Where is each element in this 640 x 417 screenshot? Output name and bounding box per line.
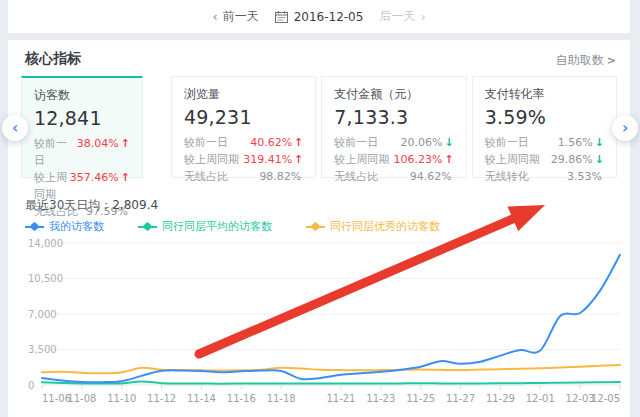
metric-row: 无线占比 98.82%	[184, 168, 303, 185]
svg-text:3,500: 3,500	[28, 344, 57, 355]
date-nav-bar: ‹ 前一天 2016-12-05 后一天 ›	[8, 0, 630, 33]
metric-row: 较上周同期 106.23%↑	[334, 151, 453, 168]
svg-text:11-25: 11-25	[406, 393, 435, 404]
metric-row: 较前一日 1.56%↓	[485, 134, 604, 151]
svg-text:0: 0	[28, 380, 34, 391]
trend-arrow-icon: ↑	[121, 137, 130, 150]
chevron-left-icon: ‹	[212, 9, 217, 24]
metric-title: 支付转化率	[485, 86, 604, 103]
trend-arrow-icon: ↑	[121, 171, 130, 184]
chart-legend: 我的访客数 同行同层平均的访客数 同行同层优秀的访客数	[25, 219, 474, 234]
metric-value: 49,231	[184, 106, 303, 128]
metric-row: 较上周同期 319.41%↑	[184, 151, 303, 168]
caret-right-icon: >	[607, 54, 616, 67]
metric-title: 访客数	[34, 87, 130, 104]
legend-item-peer-average[interactable]: 同行同层平均的访客数	[138, 219, 272, 234]
svg-text:11-23: 11-23	[366, 393, 395, 404]
metric-row: 较前一日 38.04%↑	[34, 135, 130, 169]
prev-day-button[interactable]: ‹ 前一天	[212, 8, 258, 25]
metric-card-row: 访客数 12,841 较前一日 38.04%↑ 较上周同期 357.46%↑ 无…	[21, 76, 617, 178]
metric-row: 较上周同期 29.86%↓	[485, 151, 604, 168]
legend-item-peer-excellent[interactable]: 同行同层优秀的访客数	[306, 219, 440, 234]
section-header: 核心指标 自助取数>	[25, 50, 616, 70]
metric-value: 3.59%	[485, 106, 604, 128]
self-service-data-link[interactable]: 自助取数>	[556, 52, 616, 69]
metric-card-conversion-rate[interactable]: 支付转化率 3.59% 较前一日 1.56%↓ 较上周同期 29.86%↓ 无线…	[472, 76, 617, 178]
metric-title: 浏览量	[184, 86, 303, 103]
svg-text:11-27: 11-27	[446, 393, 475, 404]
trend-arrow-icon: ↓	[595, 136, 604, 149]
metric-row: 无线占比 94.62%	[334, 168, 453, 185]
trend-arrow-icon: ↓	[444, 136, 453, 149]
cards-scroll-right-button[interactable]: ›	[612, 115, 638, 141]
metric-card-visitors[interactable]: 访客数 12,841 较前一日 38.04%↑ 较上周同期 357.46%↑ 无…	[21, 76, 143, 178]
legend-line-marker-icon	[25, 226, 44, 228]
legend-line-marker-icon	[306, 226, 325, 228]
metric-title: 支付金额（元）	[334, 86, 453, 103]
svg-text:11-08: 11-08	[67, 393, 96, 404]
legend-item-my-visitors[interactable]: 我的访客数	[25, 219, 104, 234]
svg-text:12-01: 12-01	[526, 393, 555, 404]
next-day-button[interactable]: 后一天 ›	[379, 8, 425, 25]
metric-card-payment-amount[interactable]: 支付金额（元） 7,133.3 较前一日 20.06%↓ 较上周同期 106.2…	[321, 76, 466, 178]
chevron-right-icon: ›	[622, 119, 628, 137]
metric-row: 较前一日 20.06%↓	[334, 134, 453, 151]
cards-scroll-left-button[interactable]: ‹	[2, 115, 28, 141]
prev-day-label: 前一天	[223, 8, 259, 25]
chevron-left-icon: ‹	[12, 119, 18, 137]
chevron-right-icon: ›	[420, 9, 425, 24]
svg-text:11-16: 11-16	[227, 393, 256, 404]
svg-text:12-05: 12-05	[591, 393, 620, 404]
current-date: 2016-12-05	[294, 10, 364, 24]
trend-arrow-icon: ↑	[294, 136, 303, 149]
svg-text:10,500: 10,500	[28, 273, 63, 284]
legend-line-marker-icon	[138, 226, 157, 228]
svg-text:11-29: 11-29	[486, 393, 515, 404]
visitors-trend-chart: 03,5007,00010,50014,00011-0611-0811-1011…	[8, 238, 630, 412]
trend-arrow-icon: ↑	[294, 153, 303, 166]
trend-arrow-icon: ↑	[444, 153, 453, 166]
svg-text:11-12: 11-12	[147, 393, 176, 404]
svg-text:14,000: 14,000	[28, 238, 63, 249]
svg-text:11-10: 11-10	[107, 393, 136, 404]
trend-arrow-icon: ↓	[595, 153, 604, 166]
trend-average-caption: 最近30天日均：2,809.4	[25, 197, 158, 214]
date-picker[interactable]: 2016-12-05	[275, 10, 364, 24]
section-title: 核心指标	[25, 50, 81, 68]
metric-row: 较前一日 40.62%↑	[184, 134, 303, 151]
next-day-label: 后一天	[379, 8, 415, 25]
metric-value: 12,841	[34, 107, 130, 129]
svg-text:11-18: 11-18	[267, 393, 296, 404]
svg-text:11-14: 11-14	[187, 393, 216, 404]
calendar-icon	[275, 11, 288, 23]
svg-text:7,000: 7,000	[28, 309, 57, 320]
metric-card-pageviews[interactable]: 浏览量 49,231 较前一日 40.62%↑ 较上周同期 319.41%↑ 无…	[171, 76, 316, 178]
svg-text:11-21: 11-21	[326, 393, 355, 404]
trend-average-value: 2,809.4	[112, 198, 158, 212]
metric-row: 无线转化 3.53%	[485, 168, 604, 185]
core-metrics-panel: 核心指标 自助取数> 访客数 12,841 较前一日 38.04%↑ 较上周同期…	[8, 40, 630, 417]
metric-value: 7,133.3	[334, 106, 453, 128]
